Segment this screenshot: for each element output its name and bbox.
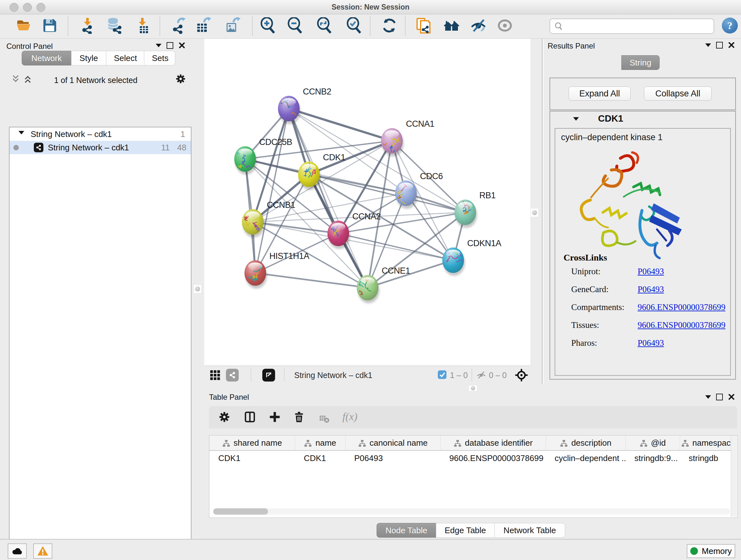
tab-network[interactable]: Network bbox=[22, 51, 71, 65]
column-header-name[interactable]: name bbox=[295, 435, 345, 450]
crosslink-value-link[interactable]: P06493 bbox=[637, 285, 664, 294]
table-cell[interactable]: 9606.ENSP00000378699 bbox=[441, 450, 546, 465]
results-menu-button[interactable] bbox=[705, 44, 711, 47]
zoom-out-button[interactable] bbox=[286, 16, 304, 36]
selected-checkbox[interactable] bbox=[438, 370, 447, 379]
show-all-button[interactable] bbox=[496, 16, 514, 36]
node-CCNE1[interactable]: CCNE1 bbox=[357, 266, 410, 303]
import-network-file-button[interactable] bbox=[78, 16, 96, 36]
table-close-button[interactable] bbox=[728, 393, 735, 400]
node-RB1[interactable]: RB1 bbox=[455, 191, 495, 228]
column-header--id[interactable]: @id bbox=[625, 435, 680, 450]
table-menu-button[interactable] bbox=[705, 395, 711, 399]
edge-HIST1H1A-CCNE1[interactable] bbox=[255, 273, 367, 288]
results-float-button[interactable] bbox=[716, 42, 723, 49]
zoom-in-button[interactable] bbox=[259, 16, 277, 36]
memory-button[interactable]: Memory bbox=[687, 544, 735, 558]
tab-edge-table[interactable]: Edge Table bbox=[436, 523, 495, 538]
table-cell[interactable]: stringdb:9... bbox=[625, 450, 680, 465]
help-button[interactable]: ? bbox=[722, 17, 738, 34]
edge-CCNB2-CCNA1[interactable] bbox=[289, 109, 392, 141]
save-session-button[interactable] bbox=[41, 16, 59, 36]
apply-layout-button[interactable] bbox=[381, 16, 398, 36]
open-session-button[interactable] bbox=[15, 16, 33, 36]
toolbar-separator bbox=[405, 16, 406, 36]
table-horizontal-scrollbar[interactable] bbox=[213, 508, 730, 515]
table-cell[interactable]: P06493 bbox=[345, 450, 441, 465]
cloud-status-button[interactable] bbox=[8, 543, 27, 559]
fit-selected-button[interactable] bbox=[515, 368, 529, 382]
right-splitter-handle[interactable] bbox=[530, 208, 539, 217]
main-toolbar: ? bbox=[0, 14, 741, 39]
warning-status-button[interactable] bbox=[33, 543, 52, 559]
open-folder-icon bbox=[16, 17, 32, 34]
table-cell[interactable]: CDK1 bbox=[209, 450, 295, 465]
column-header-canonical-name[interactable]: canonical name bbox=[345, 435, 441, 450]
collection-count: 1 bbox=[181, 127, 185, 141]
crosslink-value-link[interactable]: P06493 bbox=[637, 338, 664, 348]
left-splitter-handle[interactable] bbox=[193, 285, 202, 294]
birdseye-view-button[interactable] bbox=[262, 369, 275, 381]
bottom-splitter-handle[interactable] bbox=[468, 385, 477, 391]
export-table-button[interactable] bbox=[195, 16, 212, 36]
column-header-shared-name[interactable]: shared name bbox=[209, 435, 295, 450]
edge-CCNA2-CDKN1A[interactable] bbox=[338, 233, 453, 260]
node-CCNA1[interactable]: CCNA1 bbox=[381, 119, 434, 157]
table-cell[interactable]: cyclin–dependent ... bbox=[546, 450, 625, 465]
string-network-graph[interactable]: CCNB2CCNA1CDC25BCDK1CDC6RB1CCNB1CCNA2CDK… bbox=[204, 39, 530, 366]
table-cell[interactable]: stringdb bbox=[680, 450, 732, 465]
crosslink-value-link[interactable]: 9606.ENSP00000378699 bbox=[637, 320, 725, 330]
import-table-file-button[interactable] bbox=[133, 16, 151, 36]
protein-expander-button[interactable] bbox=[573, 117, 579, 121]
add-column-button[interactable] bbox=[268, 411, 281, 423]
column-header-namespac[interactable]: namespac bbox=[680, 435, 732, 450]
results-close-button[interactable] bbox=[728, 42, 735, 49]
edge-CCNB2-RB1[interactable] bbox=[289, 109, 465, 212]
network-row-selected[interactable]: String Network – cdk1 11 48 bbox=[10, 141, 191, 154]
collapse-all-button[interactable]: Collapse All bbox=[644, 86, 712, 101]
scrollbar-thumb[interactable] bbox=[213, 508, 268, 515]
table-cell[interactable]: CDK1 bbox=[295, 450, 345, 465]
function-builder-button[interactable]: f(x) bbox=[342, 411, 357, 423]
network-collection-row[interactable]: String Network – cdk1 1 bbox=[10, 127, 191, 141]
column-header-description[interactable]: description bbox=[546, 435, 625, 450]
export-network-button[interactable] bbox=[170, 16, 188, 36]
node-table[interactable]: shared namenamecanonical namedatabase id… bbox=[209, 435, 738, 518]
grid-view-button[interactable] bbox=[209, 369, 221, 381]
show-columns-button[interactable] bbox=[244, 411, 256, 423]
string-query-button[interactable] bbox=[443, 16, 461, 36]
import-network-database-button[interactable] bbox=[105, 16, 123, 36]
table-options-button[interactable] bbox=[218, 411, 231, 423]
panel-close-button[interactable] bbox=[179, 42, 185, 49]
crosslink-value-link[interactable]: 9606.ENSP00000378699 bbox=[637, 302, 725, 312]
edge-CCNB2-HIST1H1A[interactable] bbox=[255, 109, 289, 273]
tab-select[interactable]: Select bbox=[106, 51, 144, 65]
table-vertical-scrollbar[interactable] bbox=[731, 435, 737, 517]
expand-all-button[interactable]: Expand All bbox=[569, 86, 630, 101]
network-share-view-button[interactable] bbox=[226, 369, 239, 381]
table-float-button[interactable] bbox=[716, 394, 723, 400]
delete-column-button[interactable] bbox=[293, 411, 306, 423]
search-input[interactable] bbox=[566, 20, 711, 32]
column-header-database-identifier[interactable]: database identifier bbox=[441, 435, 546, 450]
crosslink-value-link[interactable]: P06493 bbox=[637, 266, 664, 276]
node-CDKN1A[interactable]: CDKN1A bbox=[442, 239, 501, 276]
table-row[interactable]: CDK1CDK1P064939606.ENSP00000378699cyclin… bbox=[209, 450, 732, 465]
tab-sets[interactable]: Sets bbox=[144, 51, 175, 65]
hide-selected-button[interactable] bbox=[469, 16, 487, 36]
network-options-gear-button[interactable] bbox=[175, 73, 186, 84]
zoom-selected-button[interactable] bbox=[345, 16, 363, 36]
edge-CDKN1A-CCNE1[interactable] bbox=[367, 260, 453, 288]
first-neighbors-button[interactable] bbox=[415, 16, 433, 36]
zoom-fit-button[interactable] bbox=[316, 16, 333, 36]
tab-style[interactable]: Style bbox=[71, 51, 106, 65]
tab-string[interactable]: String bbox=[621, 55, 660, 70]
panel-float-button[interactable] bbox=[166, 42, 173, 49]
tab-network-table[interactable]: Network Table bbox=[494, 523, 565, 538]
export-image-button[interactable] bbox=[224, 16, 242, 36]
network-canvas[interactable]: CCNB2CCNA1CDC25BCDK1CDC6RB1CCNB1CCNA2CDK… bbox=[204, 39, 530, 366]
delete-table-button[interactable] bbox=[319, 413, 330, 424]
panel-menu-button[interactable] bbox=[156, 44, 161, 47]
network-tree: String Network – cdk1 1 String Network –… bbox=[9, 127, 192, 560]
tab-node-table[interactable]: Node Table bbox=[377, 523, 436, 538]
